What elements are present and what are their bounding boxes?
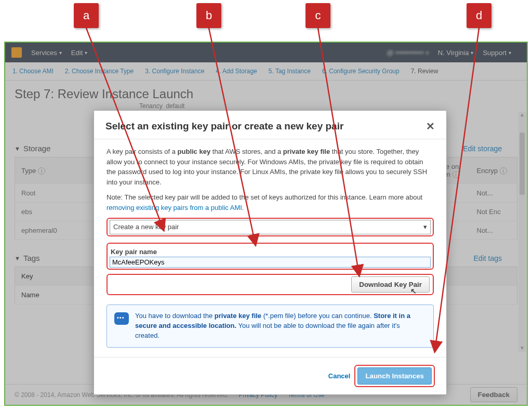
remove-keypairs-link[interactable]: removing existing key pairs from a publi… <box>107 204 242 211</box>
modal-note: Note: The selected key pair will be adde… <box>107 192 434 213</box>
close-icon[interactable]: ✕ <box>426 120 435 133</box>
chevron-down-icon: ▾ <box>423 222 427 232</box>
app-frame: Services▾ Edit▾ @ ••••••••••••▾ N. Virgi… <box>4 42 528 406</box>
keypair-select-highlight: Create a new key pair ▾ <box>107 218 434 236</box>
modal-body: A key pair consists of a public key that… <box>94 139 446 357</box>
modal-title: Select an existing key pair or create a … <box>105 121 343 132</box>
keypair-name-highlight: Key pair name <box>107 243 434 270</box>
keypair-action-select[interactable]: Create a new key pair ▾ <box>110 220 431 234</box>
download-highlight: Download Key Pair ↖ <box>107 274 434 295</box>
launch-instances-highlight: Launch Instances <box>354 365 435 387</box>
modal-footer: Cancel Launch Instances <box>94 357 446 394</box>
download-keypair-button[interactable]: Download Key Pair ↖ <box>351 276 430 293</box>
download-warning-notice: You have to download the private key fil… <box>107 305 434 348</box>
cursor-icon: ↖ <box>410 287 417 295</box>
annotation-marker-a: a <box>74 3 99 28</box>
keypair-name-input[interactable] <box>110 257 431 268</box>
modal-header: Select an existing key pair or create a … <box>94 111 446 139</box>
key-pair-modal: Select an existing key pair or create a … <box>94 110 447 395</box>
annotation-marker-d: d <box>467 3 491 28</box>
annotation-marker-c: c <box>305 3 330 28</box>
modal-description: A key pair consists of a public key that… <box>107 147 434 187</box>
launch-instances-button[interactable]: Launch Instances <box>357 367 432 385</box>
cancel-link[interactable]: Cancel <box>328 372 351 380</box>
annotation-marker-b: b <box>196 3 221 28</box>
keypair-name-label: Key pair name <box>111 247 431 257</box>
info-bubble-icon <box>114 312 129 325</box>
